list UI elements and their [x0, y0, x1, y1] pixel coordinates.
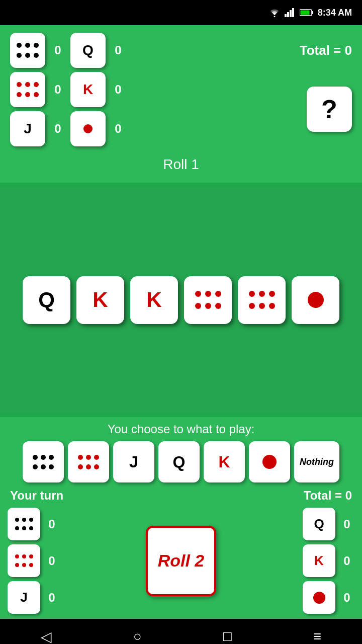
- svg-rect-2: [287, 12, 289, 17]
- bottom-score-row-jack: J 0: [8, 581, 121, 614]
- roll2-button[interactable]: Roll 2: [146, 526, 216, 596]
- jack-letter-top: J: [24, 121, 32, 137]
- rolled-queen-letter: Q: [38, 288, 55, 312]
- svg-point-16: [34, 82, 39, 87]
- svg-point-36: [49, 455, 54, 460]
- bottom-score-row-red-dot-bottom: 0: [303, 581, 354, 614]
- svg-point-12: [25, 53, 30, 58]
- rolled-die-six-red-2[interactable]: [238, 276, 286, 324]
- top-section: 0 Q 0 Total = 0 0 K 0: [0, 25, 362, 183]
- choice-jack[interactable]: J: [113, 441, 154, 482]
- die-six-black-top[interactable]: [10, 33, 45, 68]
- svg-point-30: [249, 303, 255, 309]
- wifi-icon: [268, 8, 281, 17]
- back-button[interactable]: ◁: [41, 628, 52, 645]
- die-six-red-top[interactable]: [10, 72, 45, 107]
- rolled-die-six-red-1[interactable]: [184, 276, 232, 324]
- bottom-score-jack: 0: [44, 591, 59, 605]
- recent-apps-button[interactable]: □: [223, 628, 232, 644]
- nav-bar: ◁ ○ □ ≡: [0, 619, 362, 644]
- svg-point-46: [262, 455, 277, 469]
- bottom-right-scores: Q 0 K 0 0: [241, 508, 354, 614]
- bottom-score-king: 0: [339, 554, 354, 568]
- choice-nothing[interactable]: Nothing: [294, 441, 339, 482]
- svg-point-35: [41, 455, 46, 460]
- rolled-die-queen[interactable]: Q: [23, 276, 70, 324]
- svg-point-51: [22, 526, 26, 530]
- svg-point-18: [25, 92, 30, 97]
- bottom-section: You choose to what to play:: [0, 417, 362, 619]
- svg-point-47: [15, 518, 19, 522]
- svg-point-59: [313, 592, 325, 604]
- bottom-die-red-dot[interactable]: [303, 581, 335, 614]
- nothing-label: Nothing: [300, 457, 334, 467]
- svg-point-26: [215, 303, 221, 309]
- bottom-die-six-black[interactable]: [8, 508, 40, 540]
- bottom-die-queen[interactable]: Q: [303, 508, 335, 540]
- svg-point-34: [33, 455, 38, 460]
- home-button[interactable]: ○: [133, 628, 142, 644]
- status-time: 8:34 AM: [318, 8, 352, 18]
- svg-point-13: [34, 53, 39, 58]
- game-container: 0 Q 0 Total = 0 0 K 0: [0, 25, 362, 619]
- svg-rect-7: [300, 11, 309, 15]
- choose-text: You choose to what to play:: [8, 422, 354, 436]
- svg-point-24: [195, 303, 201, 309]
- menu-button[interactable]: ≡: [313, 628, 321, 644]
- bottom-score-six-black: 0: [44, 517, 59, 531]
- your-turn-label: Your turn: [10, 489, 63, 503]
- divider: [0, 183, 362, 187]
- bottom-score-six-red: 0: [44, 554, 59, 568]
- svg-point-50: [15, 526, 19, 530]
- choice-red-dot[interactable]: [249, 441, 290, 482]
- score-jack-top: 0: [50, 122, 65, 136]
- king-letter-top: K: [83, 82, 93, 98]
- rolled-die-red-dot[interactable]: [292, 276, 339, 324]
- score-six-black-top: 0: [50, 43, 65, 57]
- choice-king[interactable]: K: [204, 441, 245, 482]
- bottom-jack-letter: J: [20, 590, 27, 605]
- bottom-die-king[interactable]: K: [303, 544, 335, 577]
- die-red-dot-top[interactable]: [70, 111, 106, 146]
- top-score-grid: 0 Q 0 Total = 0 0 K 0: [10, 33, 352, 146]
- score-king-top: 0: [111, 83, 126, 97]
- svg-point-38: [41, 464, 46, 469]
- bottom-queen-letter: Q: [314, 516, 324, 532]
- rolled-king-letter-2: K: [146, 288, 161, 312]
- svg-point-54: [22, 554, 26, 558]
- bottom-left-scores: 0 0: [8, 508, 121, 614]
- svg-point-0: [274, 16, 275, 18]
- rolled-die-king-1[interactable]: K: [76, 276, 124, 324]
- svg-point-19: [34, 92, 39, 97]
- svg-point-14: [17, 82, 22, 87]
- bottom-die-jack[interactable]: J: [8, 581, 40, 614]
- question-tile-top[interactable]: ?: [307, 87, 352, 132]
- svg-rect-6: [312, 11, 313, 14]
- rolled-die-king-2[interactable]: K: [130, 276, 178, 324]
- die-king-top[interactable]: K: [70, 72, 106, 107]
- choice-row: J Q K Nothing: [8, 441, 354, 482]
- die-queen-top[interactable]: Q: [70, 33, 106, 68]
- signal-icon: [285, 8, 296, 17]
- svg-point-58: [29, 563, 33, 567]
- choice-six-red[interactable]: [68, 441, 109, 482]
- die-jack-top[interactable]: J: [10, 111, 45, 146]
- svg-point-20: [83, 124, 93, 133]
- svg-point-42: [94, 455, 99, 460]
- svg-point-44: [86, 464, 91, 469]
- svg-point-41: [86, 455, 91, 460]
- svg-point-57: [22, 563, 26, 567]
- bottom-score-red-dot: 0: [339, 591, 354, 605]
- rolled-red-dot-svg: [306, 290, 326, 310]
- svg-point-33: [308, 292, 324, 308]
- bottom-score-row-six-black: 0: [8, 508, 121, 540]
- svg-point-55: [29, 554, 33, 558]
- rolled-section: Q K K: [0, 187, 362, 413]
- bottom-score-row-six-red: 0: [8, 544, 121, 577]
- choice-queen[interactable]: Q: [158, 441, 200, 482]
- svg-point-45: [94, 464, 99, 469]
- bottom-score-container: 0 0: [8, 508, 354, 614]
- choice-six-black[interactable]: [23, 441, 64, 482]
- score-queen-top: 0: [111, 43, 126, 57]
- bottom-die-six-red[interactable]: [8, 544, 40, 577]
